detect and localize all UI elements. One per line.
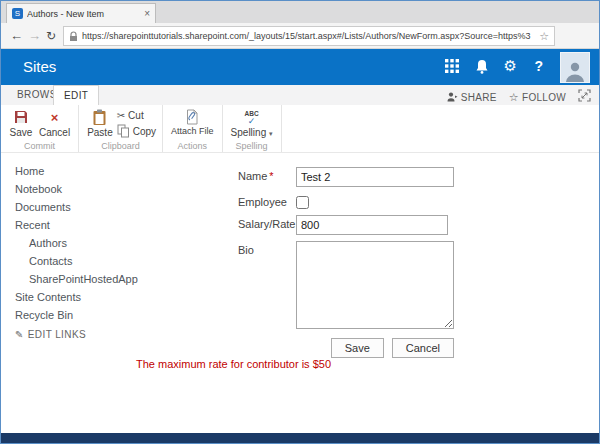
name-input[interactable] <box>296 167 454 187</box>
employee-checkbox[interactable] <box>296 196 309 209</box>
sidebar-item-sharepointhostedapp[interactable]: SharePointHostedApp <box>29 270 225 288</box>
save-label: Save <box>10 127 33 138</box>
sidebar-item-recycle-bin[interactable]: Recycle Bin <box>15 306 225 324</box>
cut-scissors-icon: ✂ <box>117 110 125 121</box>
check-mark-icon: ✓ <box>248 117 256 125</box>
attach-file-icon <box>185 108 199 126</box>
form-cancel-button[interactable]: Cancel <box>392 338 454 358</box>
ribbon-cancel-button[interactable]: × Cancel <box>37 107 72 139</box>
suite-bar: Sites ⚙ ? <box>1 49 599 85</box>
settings-gear-icon[interactable]: ⚙ <box>504 57 517 75</box>
cancel-label: Cancel <box>39 127 70 138</box>
sidebar-item-contacts[interactable]: Contacts <box>29 252 225 270</box>
suite-bar-title: Sites <box>23 58 56 75</box>
copy-pages-icon <box>117 124 130 138</box>
share-label: SHARE <box>461 92 497 103</box>
paste-label: Paste <box>87 127 113 138</box>
quick-launch-nav: Home Notebook Documents Recent Authors C… <box>15 162 225 324</box>
sidebar-item-home[interactable]: Home <box>15 162 225 180</box>
spelling-label: Spelling ▾ <box>231 127 273 138</box>
clipboard-group-label: Clipboard <box>79 141 162 151</box>
ribbon-group-commit: Save × Cancel Commit <box>1 105 79 152</box>
ribbon-save-button[interactable]: Save <box>7 107 35 139</box>
favorites-star-icon[interactable]: ☆ <box>539 30 549 43</box>
sidebar-item-recent[interactable]: Recent <box>15 216 225 234</box>
sidebar-item-site-contents[interactable]: Site Contents <box>15 288 225 306</box>
browser-address-row: ← → ↻ https://sharepointtutorials.sharep… <box>1 23 599 49</box>
name-field-label: Name* <box>238 167 296 187</box>
tab-title: Authors - New Item <box>27 9 140 19</box>
bio-field-label: Bio <box>238 241 296 329</box>
spelling-group-label: Spelling <box>223 141 281 151</box>
paste-clipboard-icon <box>92 108 107 126</box>
ribbon-group-spelling: ABC ✓ Spelling ▾ Spelling <box>223 105 282 152</box>
sidebar-item-notebook[interactable]: Notebook <box>15 180 225 198</box>
cut-button[interactable]: ✂ Cut <box>117 110 156 121</box>
notifications-bell-icon[interactable] <box>475 59 489 78</box>
cancel-x-icon: × <box>51 108 59 126</box>
copy-button[interactable]: Copy <box>117 124 156 138</box>
required-marker: * <box>269 170 273 182</box>
lock-icon <box>69 31 78 42</box>
cut-label: Cut <box>128 110 144 121</box>
share-person-icon <box>447 92 458 102</box>
forward-icon[interactable]: → <box>28 28 41 43</box>
ribbon-group-clipboard: Paste ✂ Cut Copy Clipboard <box>79 105 163 152</box>
url-text: https://sharepointtutorials.sharepoint.c… <box>82 31 535 41</box>
paste-button[interactable]: Paste <box>85 107 115 139</box>
form-save-button[interactable]: Save <box>331 338 384 358</box>
attach-file-button[interactable]: Attach File <box>169 107 216 137</box>
pencil-icon: ✎ <box>15 329 24 340</box>
spelling-button[interactable]: ABC ✓ Spelling ▾ <box>229 107 275 139</box>
salary-input[interactable] <box>296 215 448 235</box>
window-bottom-edge <box>1 433 599 443</box>
sidebar-item-authors[interactable]: Authors <box>29 234 225 252</box>
tab-close-icon[interactable]: × <box>144 8 150 19</box>
share-button[interactable]: SHARE <box>447 92 497 103</box>
follow-button[interactable]: ☆ FOLLOW <box>509 91 566 104</box>
back-icon[interactable]: ← <box>10 28 23 43</box>
validation-error-message: The maximum rate for contributor is $50 <box>136 358 331 370</box>
employee-field-label: Employee <box>238 193 296 209</box>
app-launcher-icon[interactable] <box>445 59 459 77</box>
edit-links-button[interactable]: ✎ EDIT LINKS <box>15 329 86 340</box>
follow-label: FOLLOW <box>522 92 566 103</box>
browser-tab[interactable]: S Authors - New Item × <box>6 3 156 23</box>
actions-group-label: Actions <box>163 141 222 151</box>
edit-links-label: EDIT LINKS <box>28 329 86 340</box>
focus-mode-icon[interactable] <box>578 88 591 106</box>
sidebar-item-documents[interactable]: Documents <box>15 198 225 216</box>
salary-field-label: Salary/Rate* <box>238 215 296 235</box>
ribbon-tab-row: BROWSE EDIT SHARE ☆ FOLLOW <box>1 85 599 105</box>
spelling-abc-icon: ABC ✓ <box>245 108 259 126</box>
refresh-icon[interactable]: ↻ <box>46 29 56 43</box>
ribbon-group-actions: Attach File Actions <box>163 105 223 152</box>
follow-star-icon: ☆ <box>509 91 519 104</box>
spelling-dropdown-icon: ▾ <box>269 130 273 137</box>
tab-edit[interactable]: EDIT <box>53 85 99 105</box>
user-avatar[interactable] <box>560 52 590 83</box>
new-item-form: Name* Employee Salary/Rate* Bio Save Can… <box>238 167 454 358</box>
browser-window: S Authors - New Item × ← → ↻ https://sha… <box>0 0 600 444</box>
commit-group-label: Commit <box>1 141 78 151</box>
bio-textarea[interactable] <box>296 241 454 329</box>
copy-label: Copy <box>133 126 156 137</box>
help-icon[interactable]: ? <box>534 58 543 74</box>
save-floppy-icon <box>13 108 29 126</box>
attach-file-label: Attach File <box>171 127 214 136</box>
address-bar[interactable]: https://sharepointtutorials.sharepoint.c… <box>63 26 555 46</box>
browser-tab-strip: S Authors - New Item × <box>1 1 599 23</box>
ribbon-commands: Save × Cancel Commit Paste <box>1 105 599 153</box>
sharepoint-logo-icon: S <box>12 8 23 19</box>
